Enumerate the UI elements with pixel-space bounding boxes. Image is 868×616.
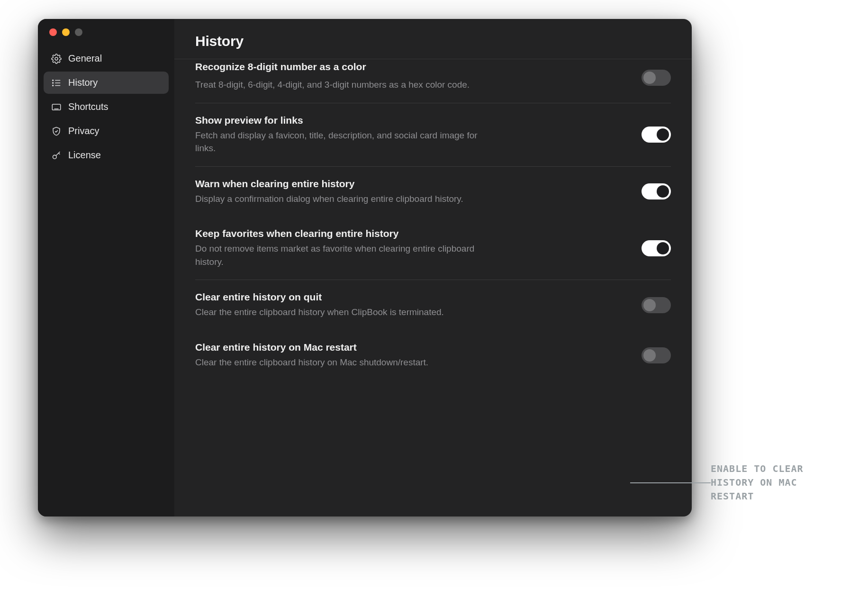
minimize-icon[interactable]: [62, 28, 70, 36]
close-icon[interactable]: [49, 28, 57, 36]
sidebar-item-license[interactable]: License: [44, 144, 169, 166]
setting-toggle[interactable]: [642, 240, 671, 256]
setting-title: Recognize 8-digit number as a color: [195, 61, 623, 72]
sidebar-item-label: Shortcuts: [68, 101, 108, 112]
sidebar-item-general[interactable]: General: [44, 47, 169, 70]
svg-point-0: [55, 57, 58, 60]
setting-description: Fetch and display a favicon, title, desc…: [195, 129, 498, 155]
callout-line: [630, 482, 711, 483]
setting-row: Clear entire history on Mac restartClear…: [195, 330, 671, 380]
setting-text: Show preview for linksFetch and display …: [195, 115, 623, 155]
svg-point-4: [53, 80, 54, 81]
setting-text: Clear entire history on Mac restartClear…: [195, 342, 623, 369]
setting-text: Recognize 8-digit number as a colorTreat…: [195, 64, 623, 91]
page-title: History: [195, 33, 671, 49]
setting-row: Recognize 8-digit number as a colorTreat…: [195, 59, 671, 103]
sidebar-item-label: Privacy: [68, 126, 99, 136]
sidebar-item-shortcuts[interactable]: Shortcuts: [44, 96, 169, 118]
setting-text: Keep favorites when clearing entire hist…: [195, 228, 623, 268]
settings-window: General History Shortcuts: [38, 19, 692, 516]
setting-toggle[interactable]: [642, 183, 671, 199]
setting-row: Show preview for linksFetch and display …: [195, 103, 671, 166]
svg-point-6: [53, 85, 54, 86]
window-controls: [38, 28, 174, 47]
setting-text: Clear entire history on quitClear the en…: [195, 291, 623, 319]
setting-toggle[interactable]: [642, 347, 671, 363]
setting-row: Warn when clearing entire historyDisplay…: [195, 167, 671, 217]
setting-text: Warn when clearing entire historyDisplay…: [195, 178, 623, 206]
setting-toggle[interactable]: [642, 70, 671, 86]
gear-icon: [51, 54, 62, 64]
setting-description: Clear the entire clipboard history when …: [195, 306, 498, 319]
svg-point-17: [53, 155, 56, 159]
maximize-icon[interactable]: [75, 28, 82, 36]
setting-toggle[interactable]: [642, 127, 671, 143]
sidebar-nav: General History Shortcuts: [38, 47, 174, 166]
shield-icon: [51, 126, 62, 136]
main-panel: History Recognize 8-digit number as a co…: [174, 19, 692, 516]
setting-description: Display a confirmation dialog when clear…: [195, 192, 498, 206]
sidebar-item-privacy[interactable]: Privacy: [44, 120, 169, 142]
setting-description: Do not remove items market as favorite w…: [195, 242, 498, 268]
key-icon: [51, 150, 62, 161]
sidebar-item-label: History: [68, 77, 98, 88]
setting-row: Keep favorites when clearing entire hist…: [195, 217, 671, 280]
setting-title: Keep favorites when clearing entire hist…: [195, 228, 623, 239]
sidebar-item-label: General: [68, 53, 102, 64]
settings-content: Recognize 8-digit number as a colorTreat…: [174, 59, 692, 516]
setting-description: Clear the entire clipboard history on Ma…: [195, 356, 498, 369]
setting-row: Clear entire history on quitClear the en…: [195, 280, 671, 330]
callout-text: ENABLE TO CLEAR HISTORY ON MAC RESTART: [711, 462, 804, 503]
page-header: History: [174, 19, 692, 59]
sidebar-item-history[interactable]: History: [44, 72, 169, 94]
setting-toggle[interactable]: [642, 297, 671, 313]
sidebar-item-label: License: [68, 150, 101, 161]
svg-point-5: [53, 82, 54, 83]
setting-title: Warn when clearing entire history: [195, 178, 623, 190]
keyboard-icon: [51, 102, 62, 112]
sidebar: General History Shortcuts: [38, 19, 174, 516]
setting-description: Treat 8-digit, 6-digit, 4-digit, and 3-d…: [195, 78, 498, 91]
setting-title: Clear entire history on Mac restart: [195, 342, 623, 353]
setting-title: Show preview for links: [195, 115, 623, 126]
annotation-callout: ENABLE TO CLEAR HISTORY ON MAC RESTART: [630, 462, 804, 503]
list-icon: [51, 78, 62, 88]
setting-title: Clear entire history on quit: [195, 291, 623, 303]
